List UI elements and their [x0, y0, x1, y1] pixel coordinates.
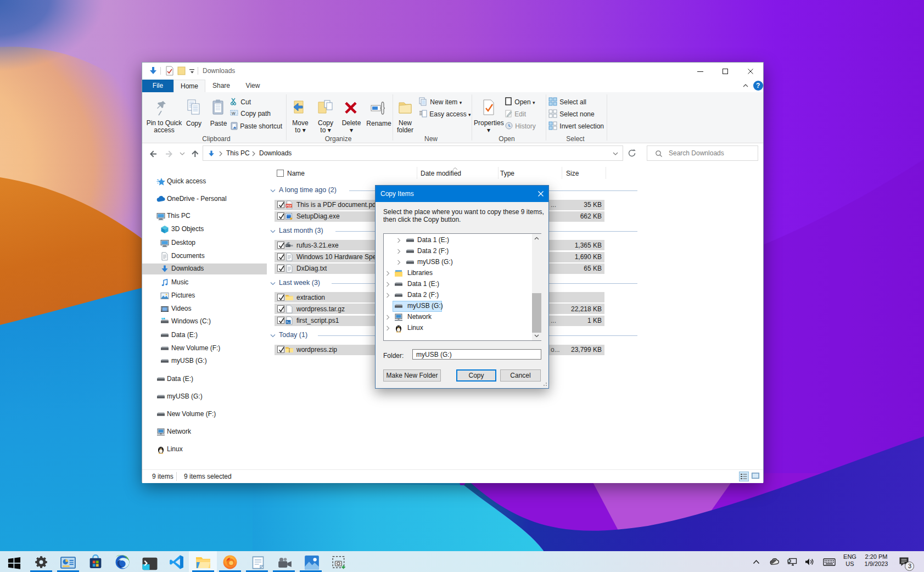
- svg-text:W: W: [232, 111, 236, 115]
